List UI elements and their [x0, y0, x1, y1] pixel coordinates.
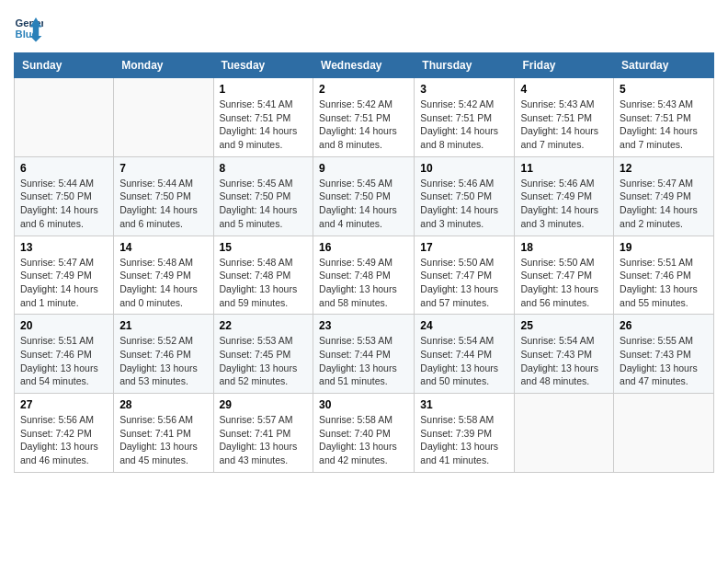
day-number: 28 — [119, 398, 207, 411]
day-number: 18 — [520, 241, 608, 254]
day-info: Sunrise: 5:58 AM Sunset: 7:40 PM Dayligh… — [319, 413, 408, 467]
day-number: 6 — [20, 162, 108, 175]
calendar-week-5: 27Sunrise: 5:56 AM Sunset: 7:42 PM Dayli… — [15, 394, 714, 473]
day-number: 24 — [420, 319, 508, 332]
day-info: Sunrise: 5:51 AM Sunset: 7:46 PM Dayligh… — [20, 334, 108, 388]
day-number: 15 — [220, 241, 308, 254]
calendar-cell: 23Sunrise: 5:53 AM Sunset: 7:44 PM Dayli… — [313, 315, 415, 394]
header-thursday: Thursday — [415, 53, 515, 78]
calendar-header-row: SundayMondayTuesdayWednesdayThursdayFrid… — [15, 53, 714, 78]
day-info: Sunrise: 5:48 AM Sunset: 7:49 PM Dayligh… — [119, 256, 207, 310]
day-info: Sunrise: 5:42 AM Sunset: 7:51 PM Dayligh… — [319, 98, 408, 152]
day-number: 30 — [319, 398, 408, 411]
day-info: Sunrise: 5:53 AM Sunset: 7:45 PM Dayligh… — [220, 334, 308, 388]
day-number: 12 — [620, 162, 708, 175]
day-number: 11 — [520, 162, 608, 175]
day-number: 5 — [620, 83, 708, 96]
day-number: 26 — [620, 319, 708, 332]
day-number: 10 — [420, 162, 508, 175]
day-number: 29 — [220, 398, 308, 411]
header-wednesday: Wednesday — [313, 53, 415, 78]
day-info: Sunrise: 5:44 AM Sunset: 7:50 PM Dayligh… — [20, 177, 108, 231]
day-number: 21 — [119, 319, 207, 332]
calendar-cell: 15Sunrise: 5:48 AM Sunset: 7:48 PM Dayli… — [213, 236, 313, 315]
day-info: Sunrise: 5:52 AM Sunset: 7:46 PM Dayligh… — [119, 334, 207, 388]
day-info: Sunrise: 5:46 AM Sunset: 7:50 PM Dayligh… — [420, 177, 508, 231]
calendar-cell: 6Sunrise: 5:44 AM Sunset: 7:50 PM Daylig… — [15, 156, 114, 236]
calendar-cell: 5Sunrise: 5:43 AM Sunset: 7:51 PM Daylig… — [614, 78, 714, 157]
day-info: Sunrise: 5:48 AM Sunset: 7:48 PM Dayligh… — [220, 256, 308, 310]
calendar-table: SundayMondayTuesdayWednesdayThursdayFrid… — [14, 52, 714, 473]
calendar-week-1: 1Sunrise: 5:41 AM Sunset: 7:51 PM Daylig… — [15, 78, 714, 157]
header-sunday: Sunday — [15, 53, 114, 78]
header-saturday: Saturday — [614, 53, 714, 78]
calendar-cell: 11Sunrise: 5:46 AM Sunset: 7:49 PM Dayli… — [515, 156, 614, 236]
calendar-cell: 21Sunrise: 5:52 AM Sunset: 7:46 PM Dayli… — [114, 315, 213, 394]
header-tuesday: Tuesday — [213, 53, 313, 78]
calendar-week-4: 20Sunrise: 5:51 AM Sunset: 7:46 PM Dayli… — [15, 315, 714, 394]
calendar-cell: 7Sunrise: 5:44 AM Sunset: 7:50 PM Daylig… — [114, 156, 213, 236]
calendar-cell: 9Sunrise: 5:45 AM Sunset: 7:50 PM Daylig… — [313, 156, 415, 236]
calendar-cell: 27Sunrise: 5:56 AM Sunset: 7:42 PM Dayli… — [15, 394, 114, 473]
day-number: 25 — [520, 319, 608, 332]
day-number: 17 — [420, 241, 508, 254]
calendar-cell: 20Sunrise: 5:51 AM Sunset: 7:46 PM Dayli… — [15, 315, 114, 394]
day-info: Sunrise: 5:54 AM Sunset: 7:44 PM Dayligh… — [420, 334, 508, 388]
day-info: Sunrise: 5:54 AM Sunset: 7:43 PM Dayligh… — [520, 334, 608, 388]
day-info: Sunrise: 5:49 AM Sunset: 7:48 PM Dayligh… — [319, 256, 408, 310]
day-number: 19 — [620, 241, 708, 254]
day-number: 27 — [20, 398, 108, 411]
day-info: Sunrise: 5:47 AM Sunset: 7:49 PM Dayligh… — [20, 256, 108, 310]
header-friday: Friday — [515, 53, 614, 78]
day-info: Sunrise: 5:47 AM Sunset: 7:49 PM Dayligh… — [620, 177, 708, 231]
day-info: Sunrise: 5:55 AM Sunset: 7:43 PM Dayligh… — [620, 334, 708, 388]
day-info: Sunrise: 5:46 AM Sunset: 7:49 PM Dayligh… — [520, 177, 608, 231]
day-info: Sunrise: 5:56 AM Sunset: 7:42 PM Dayligh… — [20, 413, 108, 467]
calendar-week-3: 13Sunrise: 5:47 AM Sunset: 7:49 PM Dayli… — [15, 236, 714, 315]
day-info: Sunrise: 5:53 AM Sunset: 7:44 PM Dayligh… — [319, 334, 408, 388]
day-number: 2 — [319, 83, 408, 96]
calendar-cell: 29Sunrise: 5:57 AM Sunset: 7:41 PM Dayli… — [213, 394, 313, 473]
page-header: General Blue — [14, 14, 714, 43]
day-number: 13 — [20, 241, 108, 254]
day-number: 31 — [420, 398, 508, 411]
calendar-cell: 16Sunrise: 5:49 AM Sunset: 7:48 PM Dayli… — [313, 236, 415, 315]
calendar-cell: 10Sunrise: 5:46 AM Sunset: 7:50 PM Dayli… — [415, 156, 515, 236]
day-number: 3 — [420, 83, 508, 96]
calendar-cell: 13Sunrise: 5:47 AM Sunset: 7:49 PM Dayli… — [15, 236, 114, 315]
day-number: 20 — [20, 319, 108, 332]
day-number: 4 — [520, 83, 608, 96]
day-number: 14 — [119, 241, 207, 254]
logo: General Blue — [14, 14, 47, 43]
calendar-cell — [614, 394, 714, 473]
day-number: 22 — [220, 319, 308, 332]
calendar-cell: 2Sunrise: 5:42 AM Sunset: 7:51 PM Daylig… — [313, 78, 415, 157]
calendar-cell: 14Sunrise: 5:48 AM Sunset: 7:49 PM Dayli… — [114, 236, 213, 315]
calendar-cell: 31Sunrise: 5:58 AM Sunset: 7:39 PM Dayli… — [415, 394, 515, 473]
day-info: Sunrise: 5:58 AM Sunset: 7:39 PM Dayligh… — [420, 413, 508, 467]
calendar-cell: 3Sunrise: 5:42 AM Sunset: 7:51 PM Daylig… — [415, 78, 515, 157]
header-monday: Monday — [114, 53, 213, 78]
day-info: Sunrise: 5:43 AM Sunset: 7:51 PM Dayligh… — [620, 98, 708, 152]
day-number: 7 — [119, 162, 207, 175]
calendar-cell: 30Sunrise: 5:58 AM Sunset: 7:40 PM Dayli… — [313, 394, 415, 473]
calendar-cell — [15, 78, 114, 157]
calendar-cell: 19Sunrise: 5:51 AM Sunset: 7:46 PM Dayli… — [614, 236, 714, 315]
day-info: Sunrise: 5:41 AM Sunset: 7:51 PM Dayligh… — [220, 98, 308, 152]
day-info: Sunrise: 5:57 AM Sunset: 7:41 PM Dayligh… — [220, 413, 308, 467]
calendar-cell: 12Sunrise: 5:47 AM Sunset: 7:49 PM Dayli… — [614, 156, 714, 236]
calendar-cell — [515, 394, 614, 473]
calendar-cell: 17Sunrise: 5:50 AM Sunset: 7:47 PM Dayli… — [415, 236, 515, 315]
calendar-cell: 4Sunrise: 5:43 AM Sunset: 7:51 PM Daylig… — [515, 78, 614, 157]
day-info: Sunrise: 5:43 AM Sunset: 7:51 PM Dayligh… — [520, 98, 608, 152]
day-info: Sunrise: 5:56 AM Sunset: 7:41 PM Dayligh… — [119, 413, 207, 467]
day-info: Sunrise: 5:50 AM Sunset: 7:47 PM Dayligh… — [420, 256, 508, 310]
calendar-cell: 1Sunrise: 5:41 AM Sunset: 7:51 PM Daylig… — [213, 78, 313, 157]
day-info: Sunrise: 5:50 AM Sunset: 7:47 PM Dayligh… — [520, 256, 608, 310]
calendar-cell: 25Sunrise: 5:54 AM Sunset: 7:43 PM Dayli… — [515, 315, 614, 394]
calendar-cell — [114, 78, 213, 157]
calendar-cell: 26Sunrise: 5:55 AM Sunset: 7:43 PM Dayli… — [614, 315, 714, 394]
day-number: 23 — [319, 319, 408, 332]
day-info: Sunrise: 5:45 AM Sunset: 7:50 PM Dayligh… — [220, 177, 308, 231]
day-info: Sunrise: 5:45 AM Sunset: 7:50 PM Dayligh… — [319, 177, 408, 231]
